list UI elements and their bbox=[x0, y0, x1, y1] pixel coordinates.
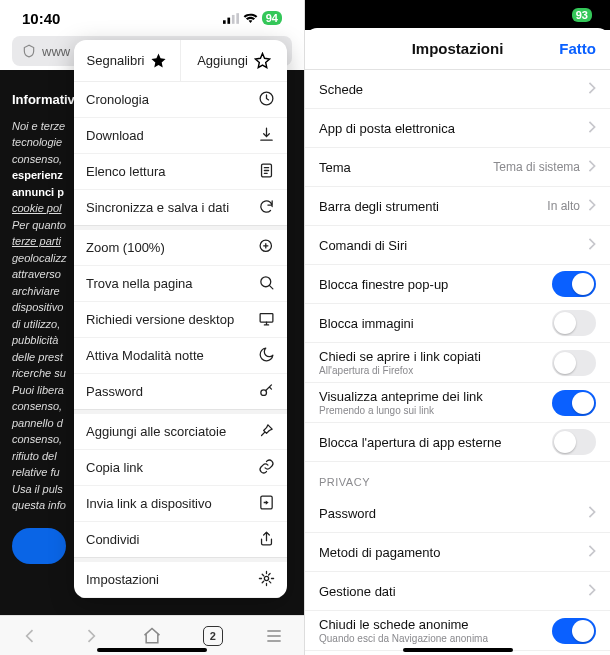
settings-row-label: Chiedi se aprire i link copiati bbox=[319, 349, 481, 364]
add-label: Aggiungi bbox=[197, 53, 248, 68]
menu-item-pin[interactable]: Aggiungi alle scorciatoie bbox=[74, 414, 287, 450]
menu-item-link[interactable]: Copia link bbox=[74, 450, 287, 486]
settings-row[interactable]: Password bbox=[305, 494, 610, 533]
chevron-right-icon bbox=[588, 584, 596, 599]
back-icon[interactable] bbox=[20, 626, 40, 646]
menu-icon[interactable] bbox=[264, 626, 284, 646]
menu-item-label: Elenco lettura bbox=[86, 164, 166, 179]
svg-rect-2 bbox=[232, 14, 235, 23]
phone-right: 93 Impostazioni Fatto SchedeApp di posta… bbox=[305, 0, 610, 655]
settings-row[interactable]: Gestione dati bbox=[305, 572, 610, 611]
battery-badge: 93 bbox=[572, 8, 592, 22]
status-icons: 94 bbox=[223, 11, 282, 25]
toggle-switch[interactable] bbox=[552, 310, 596, 336]
gear-icon bbox=[258, 570, 275, 590]
settings-row[interactable]: Metodi di pagamento bbox=[305, 533, 610, 572]
menu-header: Segnalibri Aggiungi bbox=[74, 40, 287, 82]
settings-row-label: Password bbox=[319, 506, 376, 521]
toggle-switch[interactable] bbox=[552, 429, 596, 455]
done-button[interactable]: Fatto bbox=[559, 40, 596, 57]
settings-row-sublabel: Quando esci da Navigazione anonima bbox=[319, 633, 488, 644]
settings-row[interactable]: Chiedi se aprire i link copiatiAll'apert… bbox=[305, 343, 610, 383]
moon-icon bbox=[258, 346, 275, 366]
menu-item-label: Aggiungi alle scorciatoie bbox=[86, 424, 226, 439]
svg-rect-3 bbox=[236, 13, 239, 24]
menu-item-desktop[interactable]: Richiedi versione desktop bbox=[74, 302, 287, 338]
menu-item-label: Attiva Modalità notte bbox=[86, 348, 204, 363]
menu-item-download[interactable]: Download bbox=[74, 118, 287, 154]
wifi-icon bbox=[243, 13, 258, 24]
key-icon bbox=[258, 382, 275, 402]
settings-list: SchedeApp di posta elettronicaTemaTema d… bbox=[305, 70, 610, 655]
send-device-icon bbox=[258, 494, 275, 514]
menu-item-label: Impostazioni bbox=[86, 572, 159, 587]
settings-row[interactable]: Barra degli strumentiIn alto bbox=[305, 187, 610, 226]
menu-item-zoom-in[interactable]: Zoom (100%) bbox=[74, 230, 287, 266]
toggle-switch[interactable] bbox=[552, 618, 596, 644]
chevron-right-icon bbox=[588, 238, 596, 253]
desktop-icon bbox=[258, 310, 275, 330]
home-indicator bbox=[403, 648, 513, 652]
settings-row-label: Schede bbox=[319, 82, 363, 97]
chevron-right-icon bbox=[588, 199, 596, 214]
settings-row-detail: Tema di sistema bbox=[493, 160, 580, 174]
settings-header: Impostazioni Fatto bbox=[305, 28, 610, 70]
tabs-button[interactable]: 2 bbox=[203, 626, 223, 646]
menu-item-moon[interactable]: Attiva Modalità notte bbox=[74, 338, 287, 374]
menu-item-label: Zoom (100%) bbox=[86, 240, 165, 255]
settings-title: Impostazioni bbox=[412, 40, 504, 57]
menu-item-send-device[interactable]: Invia link a dispositivo bbox=[74, 486, 287, 522]
chevron-right-icon bbox=[588, 82, 596, 97]
menu-item-label: Richiedi versione desktop bbox=[86, 312, 234, 327]
chevron-right-icon bbox=[588, 545, 596, 560]
bookmarks-button[interactable]: Segnalibri bbox=[74, 40, 180, 81]
settings-row[interactable]: Blocca finestre pop-up bbox=[305, 265, 610, 304]
battery-badge: 94 bbox=[262, 11, 282, 25]
settings-sheet: Impostazioni Fatto SchedeApp di posta el… bbox=[305, 28, 610, 655]
toggle-switch[interactable] bbox=[552, 390, 596, 416]
menu-item-label: Invia link a dispositivo bbox=[86, 496, 212, 511]
menu-item-search[interactable]: Trova nella pagina bbox=[74, 266, 287, 302]
settings-row-label: Metodi di pagamento bbox=[319, 545, 440, 560]
toggle-switch[interactable] bbox=[552, 350, 596, 376]
settings-row-label: Blocca l'apertura di app esterne bbox=[319, 435, 501, 450]
menu-item-label: Trova nella pagina bbox=[86, 276, 192, 291]
settings-row[interactable]: Visualizza anteprime dei linkPremendo a … bbox=[305, 383, 610, 423]
chevron-right-icon bbox=[588, 160, 596, 175]
reading-list-icon bbox=[258, 162, 275, 182]
menu-item-label: Copia link bbox=[86, 460, 143, 475]
settings-row[interactable]: Comandi di Siri bbox=[305, 226, 610, 265]
menu-item-clock[interactable]: Cronologia bbox=[74, 82, 287, 118]
settings-row[interactable]: Blocca immagini bbox=[305, 304, 610, 343]
svg-point-11 bbox=[264, 576, 268, 580]
menu-item-label: Cronologia bbox=[86, 92, 149, 107]
settings-row[interactable]: Schede bbox=[305, 70, 610, 109]
menu-item-key[interactable]: Password bbox=[74, 374, 287, 410]
menu-item-label: Download bbox=[86, 128, 144, 143]
chevron-right-icon bbox=[588, 121, 596, 136]
menu-item-gear[interactable]: Impostazioni bbox=[74, 562, 287, 598]
add-bookmark-button[interactable]: Aggiungi bbox=[180, 40, 287, 81]
settings-row[interactable]: App di posta elettronica bbox=[305, 109, 610, 148]
backdrop-cta-button[interactable] bbox=[12, 528, 66, 564]
browser-menu: Segnalibri Aggiungi CronologiaDownloadEl… bbox=[74, 40, 287, 598]
settings-row-label: Barra degli strumenti bbox=[319, 199, 439, 214]
chevron-right-icon bbox=[588, 506, 596, 521]
home-icon[interactable] bbox=[142, 626, 162, 646]
download-icon bbox=[258, 126, 275, 146]
settings-row[interactable]: TemaTema di sistema bbox=[305, 148, 610, 187]
pin-icon bbox=[258, 422, 275, 442]
menu-item-share[interactable]: Condividi bbox=[74, 522, 287, 558]
status-bar-dark: 93 bbox=[305, 0, 610, 30]
forward-icon[interactable] bbox=[81, 626, 101, 646]
svg-rect-0 bbox=[223, 20, 226, 24]
tab-count: 2 bbox=[210, 630, 216, 642]
settings-row[interactable]: Blocca l'apertura di app esterne bbox=[305, 423, 610, 462]
settings-row[interactable]: Chiudi le schede anonimeQuando esci da N… bbox=[305, 611, 610, 651]
search-icon bbox=[258, 274, 275, 294]
menu-item-sync[interactable]: Sincronizza e salva i dati bbox=[74, 190, 287, 226]
menu-item-reading-list[interactable]: Elenco lettura bbox=[74, 154, 287, 190]
settings-row-label: Tema bbox=[319, 160, 351, 175]
settings-row-label: App di posta elettronica bbox=[319, 121, 455, 136]
toggle-switch[interactable] bbox=[552, 271, 596, 297]
